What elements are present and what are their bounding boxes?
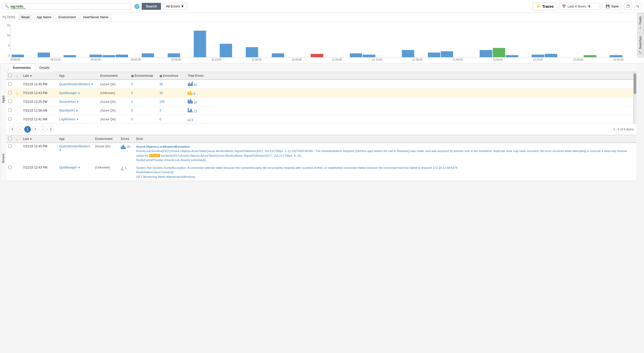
- select-all-checkbox[interactable]: [8, 74, 12, 77]
- tab-details[interactable]: Details: [35, 63, 54, 72]
- page-1-button[interactable]: 1: [24, 126, 31, 133]
- row-app: QuartzMonitorWorkers ▼: [57, 80, 98, 89]
- page-first-button[interactable]: ⟪: [9, 126, 15, 133]
- expand-button[interactable]: ❐: [624, 3, 632, 10]
- fields-tab[interactable]: ▿ Fields: [637, 13, 644, 33]
- filters-bar: FILTERS: Reset App Name Environment Host…: [0, 13, 644, 22]
- corner-button[interactable]: ⥃: [634, 3, 641, 10]
- erow-last: 7/21/15 12:43 PM: [21, 164, 57, 181]
- th-checkbox: [6, 72, 14, 80]
- row-app: ServiceHost ▼: [57, 97, 98, 106]
- eth-warn: △: [14, 135, 21, 143]
- app-dropdown-icon[interactable]: ▼: [76, 109, 78, 112]
- row-env: (Azure QA): [98, 106, 129, 115]
- pagination-buttons: ⟪ ‹ 1 2 › ⟫: [9, 126, 54, 133]
- corner-icon: ⥃: [636, 4, 639, 8]
- app-dropdown-icon[interactable]: ▼: [77, 118, 79, 121]
- erow-app: OpsManager ▼: [57, 164, 93, 181]
- environment-filter-button[interactable]: Environment: [56, 14, 79, 20]
- row-checkbox[interactable]: [8, 108, 12, 112]
- row-checkbox[interactable]: [8, 100, 12, 103]
- error-app-link[interactable]: OpsManager: [59, 166, 77, 169]
- chevron-down-icon: ▼: [181, 4, 184, 8]
- calendar-icon: 📅: [562, 4, 566, 8]
- save-icon: 💾: [606, 4, 610, 8]
- help-icon[interactable]: ?: [134, 4, 140, 9]
- error-row-checkbox[interactable]: [8, 145, 12, 148]
- page-last-button[interactable]: ⟫: [47, 126, 54, 133]
- row-epm: 0: [129, 115, 157, 124]
- error-method-2[interactable]: RedisNativeClient.Connect(): [136, 171, 174, 174]
- row-checkbox-cell: [6, 80, 14, 89]
- chart-bars: [11, 24, 623, 57]
- app-dropdown-icon[interactable]: ▼: [91, 83, 94, 86]
- table-row: 7/21/15 11:58 AM StackifyAPI ▼ (Azure QA…: [6, 106, 636, 115]
- row-checkbox[interactable]: [8, 117, 12, 121]
- bar: [116, 55, 128, 57]
- th-eph: ▦ Errors/hour: [157, 72, 186, 80]
- traces-button[interactable]: ⚡ Traces: [532, 2, 557, 10]
- error-title-2[interactable]: System.Net.Sockets.SocketException: A co…: [136, 166, 457, 169]
- page-next-button[interactable]: ›: [40, 126, 46, 133]
- row-last: 7/21/15 12:43 PM: [21, 89, 57, 97]
- chart-area: 15 10 5 0: [0, 22, 644, 63]
- error-method-3[interactable]: GET-Monitoring.Alerts.MaintenanceWindows: [136, 175, 195, 178]
- errors-table: △ Last ▼ App Environment: [6, 135, 636, 181]
- bar: [142, 53, 154, 57]
- app-dropdown-icon[interactable]: ▼: [77, 100, 79, 103]
- app-dropdown-icon[interactable]: ▼: [78, 166, 80, 169]
- app-link[interactable]: ServiceHost: [59, 100, 76, 104]
- app-link[interactable]: LogWorkers: [59, 117, 75, 121]
- search-input[interactable]: [11, 4, 129, 8]
- bar: [480, 50, 492, 57]
- host-server-filter-button[interactable]: Host/Server Name: [80, 14, 111, 20]
- search-button[interactable]: Search: [142, 3, 161, 10]
- bar: [402, 50, 414, 57]
- reset-filter-button[interactable]: Reset: [19, 14, 32, 20]
- row-eph: 155: [157, 97, 186, 106]
- searches-tab[interactable]: 🔍 Searches: [637, 33, 644, 58]
- time-selector[interactable]: 📅 Last 4 hours ▼: [559, 3, 600, 10]
- row-eph: 36: [157, 80, 186, 89]
- th-last[interactable]: Last ▼: [21, 72, 57, 80]
- row-last: 7/21/15 11:41 AM: [21, 115, 57, 124]
- row-warn-cell: [14, 80, 21, 89]
- app-link[interactable]: QuartzMonitorWorkers: [59, 82, 90, 86]
- row-checkbox[interactable]: [8, 91, 12, 94]
- apps-tabs-bar: Summaries Details: [6, 63, 636, 72]
- error-row-checkbox[interactable]: [8, 166, 12, 169]
- row-checkbox[interactable]: [8, 82, 12, 86]
- warning-icon: △: [16, 91, 19, 95]
- app-link[interactable]: StackifyAPI: [59, 109, 75, 112]
- error-title[interactable]: Knock.Objects.LockExpiredException:: [136, 145, 191, 148]
- apps-scrollbar[interactable]: [633, 72, 636, 124]
- row-app: OpsManager ▼: [57, 89, 98, 97]
- eth-last[interactable]: Last ▼: [21, 135, 57, 143]
- app-link[interactable]: OpsManager: [59, 91, 77, 95]
- sparkline: [188, 99, 193, 104]
- error-chart[interactable]: 15 10 5 0: [10, 24, 623, 57]
- page-2-button[interactable]: 2: [32, 126, 39, 133]
- row-epm: 0: [129, 106, 157, 115]
- bar: [168, 53, 180, 57]
- error-method[interactable]: RedisCacheProvider+KnockLock.AssertLockI…: [136, 158, 206, 162]
- page-prev-button[interactable]: ‹: [16, 126, 23, 133]
- erow-errors-count: 1: [119, 164, 134, 181]
- errors-select-all[interactable]: [8, 137, 12, 140]
- app-name-filter-button[interactable]: App Name: [34, 14, 54, 20]
- tab-summaries[interactable]: Summaries: [8, 63, 35, 72]
- bar: [246, 47, 258, 57]
- app-dropdown-icon[interactable]: ▼: [59, 149, 62, 152]
- error-app-link[interactable]: QuartzMonitorWorkers: [59, 145, 90, 148]
- eth-env: Environment: [93, 135, 119, 143]
- app-dropdown-icon[interactable]: ▼: [78, 92, 80, 95]
- table-row: 7/21/15 11:41 AM LogWorkers ▼ (Azure QA)…: [6, 115, 636, 124]
- error-body-cont[interactable]: forclient(2017):Knock.Objects.AzureTable…: [160, 154, 301, 157]
- row-warn-cell: △: [14, 89, 21, 97]
- errors-section: Errors △ Last ▼: [0, 135, 636, 181]
- scrollbar-thumb: [634, 73, 636, 94]
- all-errors-dropdown[interactable]: All Errors ▼: [163, 3, 187, 10]
- apps-section: Apps Summaries Details: [0, 63, 636, 135]
- bar: [64, 55, 76, 57]
- save-button[interactable]: 💾 Save: [602, 3, 622, 10]
